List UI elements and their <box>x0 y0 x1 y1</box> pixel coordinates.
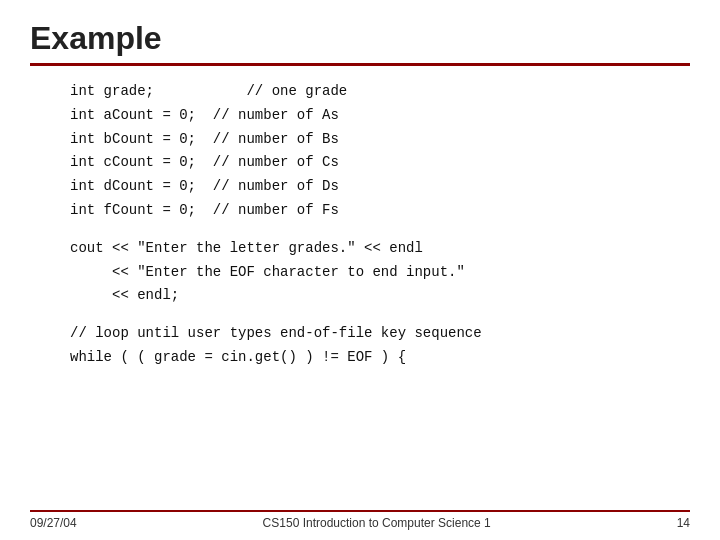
code-line-while: while ( ( grade = cin.get() ) != EOF ) { <box>70 346 690 370</box>
slide: Example int grade; // one grade int aCou… <box>0 0 720 540</box>
code-line-3: int bCount = 0; // number of Bs <box>70 128 690 152</box>
title-divider <box>30 63 690 66</box>
code-line-cout-2: << "Enter the EOF character to end input… <box>70 261 690 285</box>
code-loop: // loop until user types end-of-file key… <box>70 322 690 370</box>
code-cout: cout << "Enter the letter grades." << en… <box>70 237 690 308</box>
footer-date: 09/27/04 <box>30 516 77 530</box>
code-line-cout-1: cout << "Enter the letter grades." << en… <box>70 237 690 261</box>
code-line-2: int aCount = 0; // number of As <box>70 104 690 128</box>
footer-page-number: 14 <box>677 516 690 530</box>
gap-2 <box>30 308 690 322</box>
code-line-5: int dCount = 0; // number of Ds <box>70 175 690 199</box>
footer: 09/27/04 CS150 Introduction to Computer … <box>30 510 690 530</box>
footer-course-title: CS150 Introduction to Computer Science 1 <box>263 516 491 530</box>
code-line-comment: // loop until user types end-of-file key… <box>70 322 690 346</box>
code-line-4: int cCount = 0; // number of Cs <box>70 151 690 175</box>
code-variables: int grade; // one grade int aCount = 0; … <box>70 80 690 223</box>
gap-1 <box>30 223 690 237</box>
slide-title: Example <box>30 20 690 57</box>
code-line-1: int grade; // one grade <box>70 80 690 104</box>
code-line-cout-3: << endl; <box>70 284 690 308</box>
code-line-6: int fCount = 0; // number of Fs <box>70 199 690 223</box>
